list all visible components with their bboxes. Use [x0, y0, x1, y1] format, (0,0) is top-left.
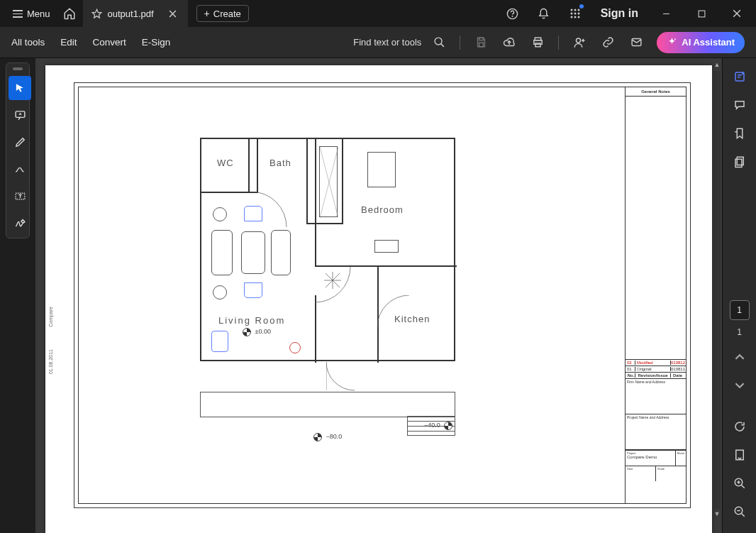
scroll-up-icon[interactable]: ▲ — [713, 61, 721, 70]
help-button[interactable] — [499, 0, 527, 27]
door-arc — [251, 192, 294, 234]
search-icon — [433, 36, 445, 48]
svg-point-7 — [574, 13, 576, 15]
svg-point-8 — [577, 13, 579, 15]
zoom-in-icon — [733, 477, 746, 490]
project-box: Project Name and Address — [626, 414, 686, 450]
wall — [248, 139, 250, 192]
select-tool[interactable] — [9, 76, 31, 100]
home-icon — [63, 7, 76, 20]
zoom-in-button[interactable] — [727, 471, 752, 496]
page-fit-icon — [733, 449, 746, 461]
pencil-icon — [14, 136, 26, 148]
notifications-button[interactable] — [530, 0, 558, 27]
textbox-tool[interactable] — [9, 184, 31, 208]
draw-tool[interactable] — [9, 157, 31, 181]
separator — [460, 35, 460, 50]
page-number-input[interactable]: 1 — [730, 300, 750, 320]
add-person-button[interactable] — [567, 31, 591, 54]
rotate-button[interactable] — [727, 414, 752, 439]
table-symbol — [241, 231, 265, 274]
window-minimize[interactable] — [650, 0, 682, 27]
chevron-up-icon — [735, 352, 745, 362]
closet-symbol — [319, 146, 338, 217]
cloud-button[interactable] — [497, 31, 521, 54]
armchair-symbol — [211, 331, 228, 352]
panel-gen-icon — [733, 70, 746, 83]
floor-plan: WC Bath Bedroom Kitchen Living Room — [200, 138, 455, 361]
terrace-outline — [200, 392, 455, 417]
scroll-down-icon[interactable]: ▼ — [713, 510, 721, 519]
pages-icon — [733, 155, 746, 168]
document-viewport[interactable]: ▲ ▼ 01.08.2011 Compare — [35, 58, 722, 533]
page-up-button[interactable] — [727, 344, 752, 370]
page-display-button[interactable] — [727, 442, 752, 468]
menu-button[interactable]: Menu — [7, 6, 56, 22]
sign-in-button[interactable]: Sign in — [592, 7, 647, 20]
window-close[interactable] — [721, 0, 753, 27]
marker-icon — [313, 433, 322, 441]
sparkle-icon — [667, 37, 677, 48]
level-0-label: ±0.00 — [255, 328, 271, 335]
page-down-button[interactable] — [727, 373, 752, 398]
bookmark-icon — [733, 127, 746, 140]
panel-bookmarks-button[interactable] — [727, 121, 752, 146]
wall — [342, 139, 343, 224]
scroll-track[interactable] — [713, 71, 721, 509]
firm-box: Firm Name and Address — [626, 379, 686, 414]
esign-button[interactable]: E-Sign — [142, 37, 171, 48]
sign-tool[interactable] — [9, 211, 31, 235]
drag-handle[interactable] — [13, 67, 23, 70]
menu-label: Menu — [27, 9, 50, 19]
convert-button[interactable]: Convert — [93, 37, 126, 48]
tab-close-button[interactable] — [167, 7, 179, 20]
side-compare: Compare — [48, 307, 53, 327]
svg-point-9 — [570, 16, 572, 18]
ai-assistant-button[interactable]: AI Assistant — [657, 32, 745, 53]
zoom-out-icon — [733, 505, 746, 518]
svg-point-2 — [512, 16, 513, 16]
home-button[interactable] — [56, 3, 83, 24]
apps-icon — [569, 8, 581, 19]
window-maximize[interactable] — [685, 0, 718, 27]
comment-icon — [14, 109, 26, 121]
door-arc — [326, 362, 356, 392]
monument-marker — [289, 342, 301, 353]
wall — [257, 139, 258, 192]
room-wc-label: WC — [217, 158, 234, 168]
save-button[interactable] — [469, 31, 493, 54]
marker-icon — [444, 422, 452, 430]
level-marker-40: −40.0 — [424, 422, 455, 430]
panel-generative-button[interactable] — [727, 64, 752, 89]
page-total: 1 — [737, 327, 742, 337]
level-marker-80: −80.0 — [313, 433, 342, 441]
freehand-icon — [14, 163, 26, 175]
link-icon — [602, 36, 614, 48]
print-button[interactable] — [526, 31, 550, 54]
highlight-tool[interactable] — [9, 130, 31, 154]
chair-symbol — [244, 282, 262, 298]
all-tools-button[interactable]: All tools — [11, 37, 45, 48]
plus-icon: + — [204, 8, 210, 19]
apps-button[interactable] — [561, 0, 589, 27]
search-button[interactable] — [427, 31, 451, 54]
comment-tool[interactable] — [9, 103, 31, 127]
link-button[interactable] — [596, 31, 620, 54]
vertical-scrollbar[interactable]: ▲ ▼ — [713, 61, 721, 519]
tab-title: output1.pdf — [108, 9, 154, 19]
svg-rect-14 — [479, 38, 484, 40]
bed-symbol — [367, 152, 396, 187]
cloud-upload-icon — [503, 36, 516, 49]
svg-point-6 — [570, 13, 572, 15]
level-marker: ±0.00 — [243, 328, 271, 336]
email-button[interactable] — [624, 31, 648, 54]
svg-marker-0 — [92, 9, 101, 18]
closet-x — [320, 147, 338, 218]
panel-pages-button[interactable] — [727, 149, 752, 175]
help-icon — [506, 8, 518, 20]
document-tab[interactable]: output1.pdf — [83, 0, 188, 27]
zoom-out-button[interactable] — [727, 499, 752, 524]
panel-comments-button[interactable] — [727, 92, 752, 118]
create-button[interactable]: + Create — [196, 5, 249, 22]
edit-button[interactable]: Edit — [60, 37, 77, 48]
